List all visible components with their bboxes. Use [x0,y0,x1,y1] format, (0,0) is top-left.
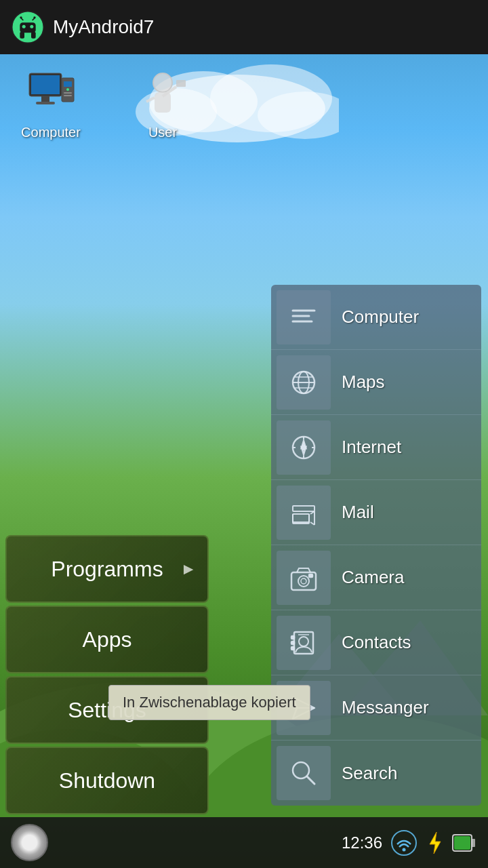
clock: 12:36 [342,833,382,852]
svg-point-26 [66,88,69,91]
svg-rect-21 [31,75,60,94]
svg-rect-27 [64,92,72,94]
context-camera-label: Camera [342,567,404,588]
computer-menu-icon [277,290,331,344]
user-icon [136,68,190,122]
context-item-camera[interactable]: Camera [271,545,481,610]
wifi-icon [390,829,418,856]
context-item-mail[interactable]: Mail [271,480,481,545]
cd-icon[interactable] [11,824,48,861]
context-messanger-label: Messanger [342,697,429,718]
clipboard-tooltip: In Zwischenablage kopiert [108,685,310,720]
svg-rect-23 [36,102,55,104]
svg-line-33 [146,98,155,102]
context-contacts-label: Contacts [342,632,411,653]
svg-rect-25 [64,81,72,87]
svg-rect-28 [64,95,72,96]
svg-point-15 [20,16,22,18]
context-computer-label: Computer [342,307,419,328]
desktop-icon-computer[interactable]: Computer [14,68,88,140]
svg-rect-11 [20,22,35,33]
svg-rect-50 [293,506,314,511]
apps-button[interactable]: Apps [5,606,209,673]
context-maps-label: Maps [342,372,385,393]
battery-level-icon [450,829,477,856]
computer-icon-label: Computer [21,125,81,140]
svg-marker-74 [430,832,441,854]
context-item-internet[interactable]: Internet [271,415,481,480]
contacts-icon [277,616,331,670]
svg-rect-65 [291,636,294,639]
shutdown-button[interactable]: Shutdown [5,747,209,814]
programms-button[interactable]: Programms ► [5,535,209,603]
svg-rect-77 [454,836,470,850]
compass-icon [277,420,331,475]
svg-rect-22 [41,96,49,102]
computer-icon [24,68,78,122]
svg-point-63 [299,637,308,646]
context-mail-label: Mail [342,502,374,523]
globe-icon [277,355,331,410]
arrow-icon: ► [180,559,197,578]
svg-rect-76 [472,839,475,847]
svg-rect-19 [31,32,36,39]
svg-point-73 [403,848,406,851]
context-item-maps[interactable]: Maps [271,350,481,415]
context-item-search[interactable]: Search [271,741,481,806]
context-menu: Computer Maps [271,285,481,806]
svg-rect-61 [309,574,312,577]
context-internet-label: Internet [342,437,401,458]
android-logo-icon [11,10,45,44]
svg-point-59 [298,576,309,587]
app-title: MyAndroid7 [53,16,154,38]
svg-rect-32 [176,80,186,87]
context-item-contacts[interactable]: Contacts [271,610,481,675]
svg-point-17 [33,16,35,18]
lightning-icon [423,829,447,856]
svg-point-60 [301,578,306,584]
svg-rect-13 [30,25,33,28]
svg-rect-18 [20,32,24,39]
mail-icon [277,486,331,540]
topbar: MyAndroid7 [0,0,488,54]
desktop-icon-user[interactable]: User [125,68,200,140]
svg-line-71 [307,776,314,784]
svg-rect-66 [291,642,294,644]
user-icon-label: User [148,125,177,140]
start-menu: Programms ► Apps Settings Shutdown [0,532,210,817]
context-search-label: Search [342,763,397,784]
search-icon [277,746,331,800]
camera-icon [277,551,331,605]
svg-point-29 [153,73,172,92]
context-item-computer[interactable]: Computer [271,285,481,350]
svg-point-72 [392,831,416,855]
svg-rect-67 [291,647,294,650]
bottombar: 12:36 [0,817,488,868]
svg-point-49 [302,446,306,450]
svg-rect-12 [22,25,26,28]
